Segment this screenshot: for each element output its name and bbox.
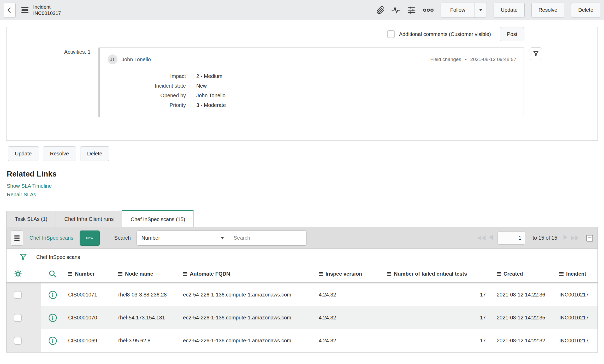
activity-filter-button[interactable] (530, 47, 542, 60)
row-checkbox[interactable] (14, 314, 22, 322)
collapse-list-button[interactable] (587, 235, 593, 241)
row-info-cell (41, 336, 66, 345)
incident-header-bar: Incident INC0010217 Follow Update Resolv… (0, 0, 604, 20)
search-input[interactable] (229, 231, 306, 245)
new-record-button[interactable]: New (80, 230, 100, 246)
row-checkbox-cell (7, 283, 41, 306)
column-header-node-name[interactable]: Node name (116, 271, 181, 277)
update-button-header[interactable]: Update (494, 3, 525, 18)
column-search-icon[interactable] (41, 270, 66, 278)
additional-comments-label: Additional comments (Customer visible) (399, 31, 491, 37)
resolve-button-header[interactable]: Resolve (531, 3, 564, 18)
created-cell: 2021-08-12 14:22:36 (495, 292, 557, 298)
record-preview-info-icon[interactable] (48, 336, 57, 345)
first-page-button[interactable] (478, 235, 485, 241)
search-field-select[interactable]: Number (137, 231, 229, 245)
list-breadcrumb[interactable]: Chef InSpec scans (36, 254, 80, 260)
column-header-created[interactable]: Created (495, 271, 557, 277)
node-name-cell: rhel-3.95.62.8 (116, 338, 181, 344)
search-field-selected: Number (141, 235, 160, 241)
select-caret-icon (221, 237, 224, 241)
list-context-menu-button[interactable] (11, 230, 23, 246)
context-menu-icon[interactable] (21, 7, 28, 13)
column-header-incident[interactable]: Incident (557, 271, 597, 277)
row-info-cell (41, 290, 66, 299)
tab-chef-inspec-scans[interactable]: Chef InSpec scans (15) (122, 210, 194, 227)
more-options-icon[interactable] (423, 7, 434, 13)
avatar: JT (108, 54, 117, 64)
delete-button[interactable]: Delete (80, 146, 109, 161)
column-menu-icon (68, 272, 72, 276)
column-menu-icon (387, 272, 391, 276)
table-row: CIS0001071 rhel8-03-3.88.236.28 ec2-54-2… (7, 283, 597, 306)
incident-link[interactable]: INC0010217 (559, 338, 589, 343)
automate-fqdn-cell: ec2-54-226-1-136.compute-1.amazonaws.com (181, 292, 317, 298)
back-button[interactable] (4, 3, 16, 18)
header-actions: Follow Update Resolve Delete (376, 3, 600, 18)
update-button[interactable]: Update (8, 146, 39, 161)
automate-fqdn-cell: ec2-54-226-1-136.compute-1.amazonaws.com (181, 315, 317, 321)
row-checkbox-cell (7, 329, 41, 352)
chevron-down-icon (479, 9, 482, 13)
repair-slas-link[interactable]: Repair SLAs (7, 192, 36, 198)
follow-dropdown-button[interactable] (475, 3, 487, 17)
inspec-version-cell: 4.24.32 (317, 315, 385, 321)
attachment-icon[interactable] (376, 6, 385, 14)
scan-number-link[interactable]: CIS0001070 (68, 315, 97, 320)
activity-entry-card: JT John Tonello Field changes • 2021-08-… (98, 47, 524, 117)
page-number-input[interactable] (498, 232, 525, 245)
tab-chef-infra-client-runs[interactable]: Chef Infra Client runs (56, 211, 122, 227)
field-changes-list: Impact 2 - Medium Incident state New Ope… (108, 73, 516, 108)
next-page-button[interactable] (564, 235, 567, 241)
incident-link[interactable]: INC0010217 (559, 292, 589, 298)
row-checkbox[interactable] (14, 337, 22, 345)
resolve-button[interactable]: Resolve (43, 146, 76, 161)
personalize-sliders-icon[interactable] (407, 6, 416, 15)
scan-number-link[interactable]: CIS0001069 (68, 338, 97, 343)
post-button[interactable]: Post (500, 27, 524, 41)
column-header-number[interactable]: Number (66, 271, 116, 277)
failed-critical-tests-cell: 17 (385, 292, 495, 298)
automate-fqdn-cell: ec2-54-226-1-136.compute-1.amazonaws.com (181, 338, 317, 344)
search-combo: Number (137, 230, 307, 246)
column-header-inspec-version[interactable]: Inspec version (317, 271, 385, 277)
additional-comments-checkbox[interactable] (387, 30, 395, 38)
failed-critical-tests-cell: 17 (385, 338, 495, 344)
table-row: CIS0001069 rhel-3.95.62.8 ec2-54-226-1-1… (7, 329, 597, 352)
delete-button-header[interactable]: Delete (571, 3, 600, 18)
column-header-failed-critical-tests[interactable]: Number of failed critical tests (385, 271, 495, 277)
filter-funnel-icon[interactable] (19, 253, 27, 261)
column-menu-icon (497, 272, 501, 276)
activity-stream-icon[interactable] (392, 6, 400, 15)
activity-change-type: Field changes (430, 57, 461, 62)
follow-button[interactable]: Follow (441, 3, 475, 17)
pagination-range-label: to 15 of 15 (532, 235, 557, 241)
created-cell: 2021-08-12 14:22:32 (495, 338, 557, 344)
activities-row: Activities: 1 JT John Tonello Field chan… (7, 47, 597, 117)
inspec-version-cell: 4.24.32 (317, 292, 385, 298)
record-preview-info-icon[interactable] (48, 290, 57, 299)
field-label: Incident state (108, 83, 186, 89)
incident-link[interactable]: INC0010217 (559, 315, 589, 320)
scan-number-link[interactable]: CIS0001071 (68, 292, 97, 298)
row-info-cell (41, 313, 66, 322)
field-value: New (196, 83, 516, 89)
last-page-button[interactable] (571, 235, 579, 241)
record-preview-info-icon[interactable] (48, 313, 57, 322)
previous-page-button[interactable] (489, 235, 493, 241)
list-toolbar: Chef InSpec scans New Search Number to 1… (7, 227, 597, 249)
personalize-columns-gear-icon[interactable] (7, 270, 41, 278)
field-value: 3 - Moderate (196, 102, 516, 108)
back-chevron-icon (7, 7, 13, 13)
related-links-title: Related Links (7, 170, 604, 178)
row-checkbox[interactable] (14, 291, 22, 299)
activity-user-name[interactable]: John Tonello (122, 57, 151, 63)
field-label: Priority (108, 102, 186, 108)
related-lists-tabs: Task SLAs (1) Chef Infra Client runs Che… (6, 210, 604, 227)
column-menu-icon (183, 272, 187, 276)
show-sla-timeline-link[interactable]: Show SLA Timeline (7, 183, 52, 189)
tab-task-slas[interactable]: Task SLAs (1) (6, 211, 56, 227)
column-menu-icon (559, 272, 564, 276)
column-header-automate-fqdn[interactable]: Automate FQDN (181, 271, 317, 277)
activities-count-label: Activities: 1 (7, 47, 91, 55)
